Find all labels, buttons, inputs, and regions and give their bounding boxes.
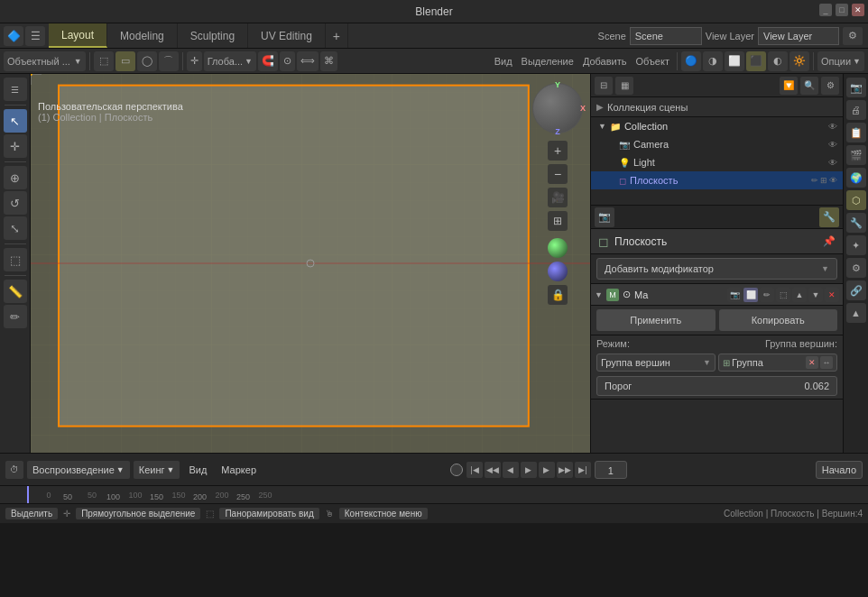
rvt-world-btn[interactable]: 🌍 bbox=[846, 168, 866, 188]
tl-view-btn[interactable]: Вид bbox=[183, 461, 212, 479]
render-props-icon[interactable]: 📷 bbox=[595, 207, 614, 227]
context-btn[interactable]: Контекстное меню bbox=[339, 508, 428, 519]
group-arrow-btn[interactable]: ↔ bbox=[820, 356, 833, 369]
vertex-group-type-dropdown[interactable]: Группа вершин ▼ bbox=[596, 354, 716, 372]
rvt-data-btn[interactable]: ▲ bbox=[846, 303, 866, 323]
viewport-3d[interactable]: X Y Z + − 🎥 ⊞ 🔒 bbox=[31, 74, 590, 453]
render-btn[interactable]: 🔆 bbox=[790, 51, 809, 71]
move-tool[interactable]: ⊕ bbox=[4, 166, 27, 189]
group-remove-btn[interactable]: ✕ bbox=[806, 356, 818, 369]
copy-btn[interactable]: Копировать bbox=[719, 309, 838, 331]
annotate-tool[interactable]: ✏ bbox=[4, 305, 27, 328]
rotate-tool[interactable]: ↺ bbox=[4, 191, 27, 215]
minimize-btn[interactable]: _ bbox=[819, 4, 832, 16]
grid-btn[interactable]: ⊞ bbox=[548, 211, 568, 231]
tab-sculpting[interactable]: Sculpting bbox=[178, 23, 248, 48]
outliner-item-light[interactable]: ▶ 💡 Light 👁 bbox=[591, 153, 843, 171]
select-status-btn[interactable]: Выделить bbox=[5, 508, 58, 519]
mod-expand-arrow[interactable]: ▼ bbox=[595, 290, 603, 299]
window-controls[interactable]: _ □ ✕ bbox=[819, 4, 864, 16]
panel-filter-btn[interactable]: 🔽 bbox=[780, 77, 798, 95]
plane-edit-icon[interactable]: ✏ bbox=[811, 176, 818, 185]
keying-btn[interactable]: Кеинг ▼ bbox=[134, 461, 180, 479]
select-cursor-tool[interactable]: ↖ bbox=[4, 109, 27, 133]
prev-frame-btn[interactable]: ◀ bbox=[503, 462, 519, 478]
jump-end-btn[interactable]: ▶| bbox=[575, 462, 591, 478]
workspace-options-btn[interactable]: ⚙ bbox=[843, 27, 863, 45]
zoom-out-btn[interactable]: − bbox=[548, 164, 568, 184]
rvt-physics-btn[interactable]: ⚙ bbox=[846, 258, 866, 278]
view-layer-input[interactable] bbox=[758, 27, 839, 45]
cursor-tool[interactable]: ✛ bbox=[4, 134, 27, 158]
mod-edit-icon[interactable]: ✏ bbox=[760, 288, 774, 302]
transform-dropdown[interactable]: Глоба... ▼ bbox=[204, 51, 256, 71]
symmetry-btn[interactable]: ⟺ bbox=[297, 51, 319, 71]
pan-btn[interactable]: Панорамировать вид bbox=[219, 508, 319, 519]
lock-btn[interactable]: 🔒 bbox=[548, 285, 568, 305]
file-menu-icon[interactable]: ☰ bbox=[25, 26, 45, 46]
proportional-btn[interactable]: ⊙ bbox=[280, 51, 295, 71]
next-keyframe-btn[interactable]: ▶▶ bbox=[557, 462, 573, 478]
camera-btn[interactable]: 🎥 bbox=[548, 188, 568, 207]
mod-up-icon[interactable]: ▲ bbox=[792, 288, 807, 302]
plane-vis-icon[interactable]: ⊞ bbox=[820, 176, 827, 185]
mod-delete-icon[interactable]: ✕ bbox=[825, 288, 839, 302]
playback-btn[interactable]: Воспроизведение ▼ bbox=[27, 461, 130, 479]
camera-vis-icon[interactable]: 👁 bbox=[828, 140, 837, 150]
color-indicator2[interactable] bbox=[548, 262, 568, 281]
mod-cage-icon[interactable]: ⬚ bbox=[776, 288, 790, 302]
mod-down-icon[interactable]: ▼ bbox=[808, 288, 823, 302]
tab-uv-editing[interactable]: UV Editing bbox=[248, 23, 326, 48]
blender-icon[interactable]: 🔷 bbox=[4, 26, 23, 46]
mod-viewport-icon[interactable]: ⬜ bbox=[743, 288, 758, 302]
panel-icon-btn1[interactable]: ⊟ bbox=[595, 77, 613, 95]
object-menu[interactable]: Объект bbox=[633, 56, 673, 67]
snapping-btn[interactable]: 🧲 bbox=[258, 51, 278, 71]
outliner-item-collection[interactable]: ▼ 📁 Collection 👁 bbox=[591, 117, 843, 135]
add-modifier-btn[interactable]: Добавить модификатор ▼ bbox=[596, 258, 837, 280]
timeline-ruler[interactable]: 50 100 150 200 250 0 50 100 150 200 250 bbox=[0, 485, 868, 503]
cursor-btn[interactable]: ✛ bbox=[187, 51, 202, 71]
vis-eye-icon[interactable]: 👁 bbox=[828, 122, 837, 132]
rvt-output-btn[interactable]: 🖨 bbox=[846, 100, 866, 120]
play-btn[interactable]: ▶ bbox=[521, 462, 537, 478]
tab-layout[interactable]: Layout bbox=[49, 23, 107, 48]
tab-add[interactable]: + bbox=[326, 23, 348, 48]
rvt-object-btn[interactable]: ⬡ bbox=[846, 190, 866, 210]
jump-start-btn[interactable]: |◀ bbox=[466, 462, 483, 478]
panel-opts-btn[interactable]: ⚙ bbox=[821, 77, 839, 95]
options-dropdown[interactable]: Опции ▼ bbox=[817, 51, 864, 71]
rvt-constraints-btn[interactable]: 🔗 bbox=[846, 280, 866, 300]
rvt-view-layer-btn[interactable]: 📋 bbox=[846, 123, 866, 142]
prev-keyframe-btn[interactable]: ◀◀ bbox=[485, 462, 501, 478]
tab-modeling[interactable]: Modeling bbox=[107, 23, 178, 48]
modifier-props-icon-active[interactable]: 🔧 bbox=[819, 207, 839, 227]
rvt-render-btn[interactable]: 📷 bbox=[846, 78, 866, 97]
light-vis-icon[interactable]: 👁 bbox=[828, 158, 837, 168]
next-frame-btn[interactable]: ▶ bbox=[539, 462, 555, 478]
xray-btn[interactable]: ◑ bbox=[703, 51, 723, 71]
outliner-item-camera[interactable]: ▶ 📷 Camera 👁 bbox=[591, 135, 843, 153]
select-circle-btn[interactable]: ◯ bbox=[137, 51, 157, 71]
rvt-modifier-btn[interactable]: 🔧 bbox=[846, 213, 866, 233]
timeline-mode-icon[interactable]: ⏱ bbox=[5, 461, 23, 479]
panel-icon-btn2[interactable]: ▦ bbox=[615, 77, 633, 95]
tl-marker-btn[interactable]: Маркер bbox=[216, 461, 262, 479]
measure-tool[interactable]: 📏 bbox=[4, 280, 27, 303]
select-menu[interactable]: Выделение bbox=[518, 56, 577, 67]
record-btn[interactable] bbox=[450, 464, 463, 476]
rect-select-btn[interactable]: Прямоугольное выделение bbox=[76, 508, 200, 519]
panel-search-btn[interactable]: 🔍 bbox=[800, 77, 818, 95]
rvt-particles-btn[interactable]: ✦ bbox=[846, 235, 866, 255]
zoom-in-btn[interactable]: + bbox=[548, 141, 568, 161]
start-label[interactable]: Начало bbox=[816, 461, 863, 479]
color-indicator[interactable] bbox=[548, 238, 568, 258]
view-menu[interactable]: Вид bbox=[491, 56, 516, 67]
select-mode-btn[interactable]: ⬚ bbox=[94, 51, 114, 71]
close-btn[interactable]: ✕ bbox=[852, 4, 864, 16]
rvt-scene-btn[interactable]: 🎬 bbox=[846, 145, 866, 165]
solid-btn[interactable]: ⬛ bbox=[746, 51, 766, 71]
maximize-btn[interactable]: □ bbox=[836, 4, 848, 16]
select-box-btn[interactable]: ▭ bbox=[115, 51, 135, 71]
pin-icon[interactable]: 📌 bbox=[823, 235, 836, 247]
